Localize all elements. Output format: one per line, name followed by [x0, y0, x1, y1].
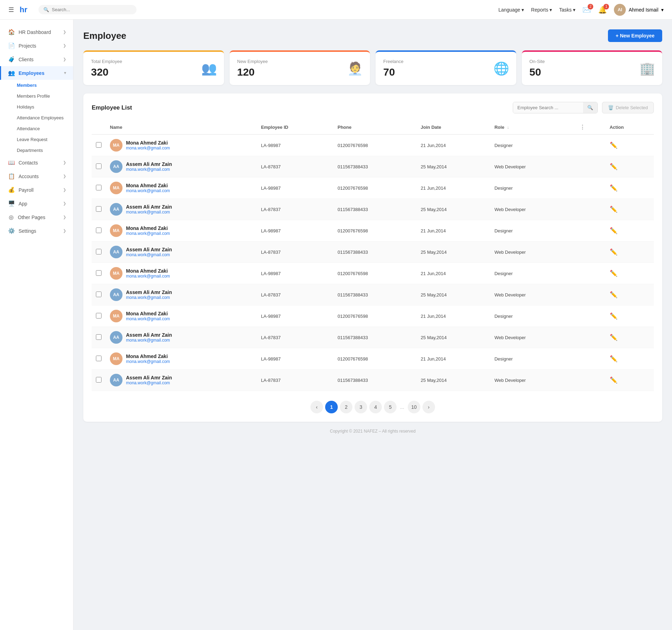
row-checkbox-cell[interactable] — [92, 134, 106, 156]
row-phone-cell: 012007676598 — [333, 348, 416, 370]
edit-icon[interactable]: ✏️ — [610, 291, 617, 298]
tasks-menu[interactable]: Tasks ▾ — [559, 7, 575, 13]
row-join-cell: 25 May,2014 — [416, 199, 490, 220]
row-checkbox-cell[interactable] — [92, 348, 106, 370]
sidebar-item-settings[interactable]: ⚙️ Settings ❯ — [0, 224, 73, 238]
sidebar-item-hr-dashboard[interactable]: 🏠 HR Dashboard ❯ — [0, 25, 73, 39]
page-button-5[interactable]: 5 — [384, 401, 397, 413]
sidebar-item-projects[interactable]: 📄 Projects ❯ — [0, 39, 73, 52]
sidebar-sub-members-profile[interactable]: Members Profile — [0, 91, 73, 102]
page-header: Employee + New Employee — [83, 29, 662, 42]
sidebar-item-clients[interactable]: 🧳 Clients ❯ — [0, 52, 73, 66]
row-checkbox[interactable] — [96, 249, 102, 254]
notifications-btn[interactable]: ✉️ 2 — [582, 6, 591, 14]
employee-search-button[interactable]: 🔍 — [583, 102, 597, 113]
delete-selected-button[interactable]: 🗑️ Delete Selected — [602, 102, 654, 113]
row-checkbox-cell[interactable] — [92, 156, 106, 177]
row-checkbox[interactable] — [96, 377, 102, 383]
edit-icon[interactable]: ✏️ — [610, 142, 617, 149]
language-menu[interactable]: Language ▾ — [498, 7, 524, 13]
row-action-cell[interactable]: ✏️ — [606, 284, 654, 306]
sidebar-sub-attendance-employees[interactable]: Attendance Employees — [0, 112, 73, 123]
bell-btn[interactable]: 🔔 1 — [598, 6, 607, 14]
row-checkbox[interactable] — [96, 206, 102, 212]
row-checkbox[interactable] — [96, 227, 102, 233]
employee-search-box[interactable]: 🔍 — [513, 102, 598, 113]
page-button-3[interactable]: 3 — [355, 401, 367, 413]
global-search[interactable]: 🔍 — [38, 5, 136, 14]
prev-page-button[interactable]: ‹ — [310, 401, 323, 413]
user-menu[interactable]: AI Ahmed Ismail ▾ — [614, 4, 664, 16]
edit-icon[interactable]: ✏️ — [610, 184, 617, 191]
row-checkbox-cell[interactable] — [92, 284, 106, 306]
sidebar-sub-leave-request[interactable]: Leave Request — [0, 134, 73, 145]
row-phone-cell: 011567388433 — [333, 370, 416, 391]
row-checkbox[interactable] — [96, 270, 102, 276]
sidebar-sub-members[interactable]: Members — [0, 80, 73, 91]
edit-icon[interactable]: ✏️ — [610, 334, 617, 341]
sidebar-item-accounts[interactable]: 📋 Accounts ❯ — [0, 169, 73, 183]
row-checkbox-cell[interactable] — [92, 370, 106, 391]
row-checkbox[interactable] — [96, 142, 102, 148]
edit-icon[interactable]: ✏️ — [610, 227, 617, 234]
row-checkbox[interactable] — [96, 292, 102, 297]
edit-icon[interactable]: ✏️ — [610, 355, 617, 362]
edit-icon[interactable]: ✏️ — [610, 270, 617, 277]
row-checkbox[interactable] — [96, 313, 102, 318]
sort-icon[interactable]: ↓ — [507, 125, 509, 130]
row-checkbox[interactable] — [96, 334, 102, 340]
page-button-4[interactable]: 4 — [369, 401, 382, 413]
page-button-2[interactable]: 2 — [340, 401, 352, 413]
row-checkbox[interactable] — [96, 185, 102, 190]
edit-icon[interactable]: ✏️ — [610, 248, 617, 255]
table-row: MA Mona Ahmed Zaki mona.work@gmail.com L… — [92, 263, 654, 284]
row-more-cell — [575, 134, 606, 156]
row-checkbox-cell[interactable] — [92, 177, 106, 199]
row-action-cell[interactable]: ✏️ — [606, 327, 654, 348]
new-employee-button[interactable]: + New Employee — [608, 29, 662, 42]
search-input[interactable] — [52, 7, 132, 12]
row-action-cell[interactable]: ✏️ — [606, 306, 654, 327]
sidebar-item-other-pages[interactable]: ◎ Other Pages ❯ — [0, 210, 73, 224]
sidebar-sub-attendance[interactable]: Attendance — [0, 123, 73, 134]
row-checkbox-cell[interactable] — [92, 263, 106, 284]
sidebar-sub-holidays[interactable]: Holidays — [0, 102, 73, 112]
row-checkbox[interactable] — [96, 356, 102, 361]
row-checkbox-cell[interactable] — [92, 241, 106, 263]
more-icon[interactable]: ⋮ — [580, 124, 585, 130]
edit-icon[interactable]: ✏️ — [610, 377, 617, 384]
row-action-cell[interactable]: ✏️ — [606, 177, 654, 199]
sidebar-item-payroll[interactable]: 💰 Payroll ❯ — [0, 183, 73, 197]
row-checkbox-cell[interactable] — [92, 220, 106, 241]
page-button-1[interactable]: 1 — [325, 401, 338, 413]
next-page-button[interactable]: › — [422, 401, 435, 413]
row-action-cell[interactable]: ✏️ — [606, 241, 654, 263]
edit-icon[interactable]: ✏️ — [610, 163, 617, 170]
employee-avatar: AA — [110, 203, 122, 216]
row-action-cell[interactable]: ✏️ — [606, 199, 654, 220]
row-id-cell: LA-87837 — [257, 241, 334, 263]
row-checkbox-cell[interactable] — [92, 199, 106, 220]
row-action-cell[interactable]: ✏️ — [606, 220, 654, 241]
reports-menu[interactable]: Reports ▾ — [531, 7, 552, 13]
row-checkbox[interactable] — [96, 163, 102, 169]
edit-icon[interactable]: ✏️ — [610, 206, 617, 213]
row-action-cell[interactable]: ✏️ — [606, 134, 654, 156]
row-action-cell[interactable]: ✏️ — [606, 156, 654, 177]
user-name: Ahmed Ismail — [629, 7, 658, 13]
row-action-cell[interactable]: ✏️ — [606, 348, 654, 370]
sidebar-item-employees[interactable]: 👥 Employees ▾ — [0, 66, 73, 80]
menu-icon[interactable]: ☰ — [8, 6, 14, 14]
sidebar-item-app[interactable]: 🖥️ App ❯ — [0, 197, 73, 210]
sidebar-sub-departments[interactable]: Departments — [0, 145, 73, 156]
sidebar-item-contacts[interactable]: 📖 Contacts ❯ — [0, 156, 73, 169]
row-action-cell[interactable]: ✏️ — [606, 370, 654, 391]
employee-cell: AA Assem Ali Amr Zain mona.work@gmail.co… — [110, 288, 253, 301]
row-action-cell[interactable]: ✏️ — [606, 263, 654, 284]
page-button-10[interactable]: 10 — [408, 401, 420, 413]
edit-icon[interactable]: ✏️ — [610, 313, 617, 320]
employee-search-input[interactable] — [513, 102, 583, 113]
row-name-cell: AA Assem Ali Amr Zain mona.work@gmail.co… — [106, 370, 257, 391]
row-checkbox-cell[interactable] — [92, 306, 106, 327]
row-checkbox-cell[interactable] — [92, 327, 106, 348]
